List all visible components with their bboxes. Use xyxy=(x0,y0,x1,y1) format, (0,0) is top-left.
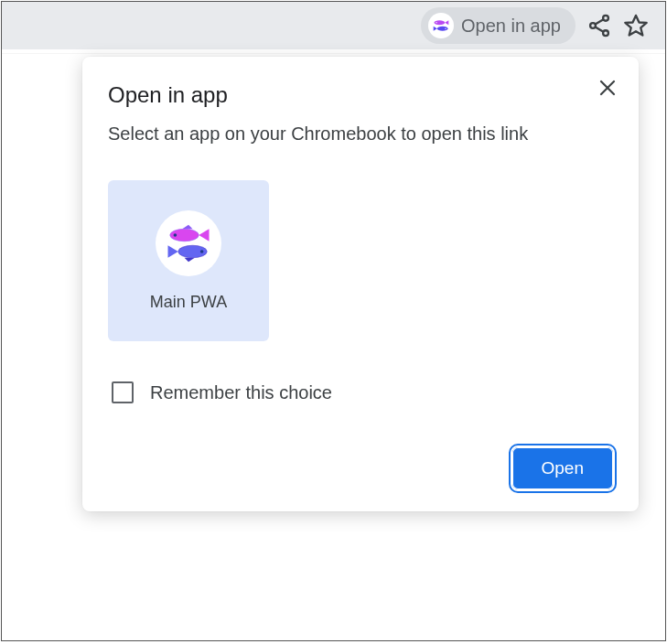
svg-line-10 xyxy=(596,27,604,31)
svg-point-6 xyxy=(603,16,608,21)
svg-marker-16 xyxy=(199,229,209,242)
fish-icon xyxy=(428,13,454,38)
svg-point-3 xyxy=(437,27,448,31)
remember-checkbox[interactable] xyxy=(112,381,134,403)
svg-marker-1 xyxy=(445,20,448,25)
app-label: Main PWA xyxy=(150,293,227,312)
svg-marker-21 xyxy=(168,245,178,258)
svg-point-2 xyxy=(436,22,436,23)
remember-label: Remember this choice xyxy=(150,382,332,403)
open-button[interactable]: Open xyxy=(512,447,613,489)
app-grid: Main PWA xyxy=(108,180,613,341)
svg-marker-22 xyxy=(185,257,195,262)
open-in-app-chip[interactable]: Open in app xyxy=(421,7,576,44)
svg-point-5 xyxy=(445,28,446,29)
fish-icon xyxy=(156,210,221,276)
svg-line-9 xyxy=(596,19,604,24)
dialog-title: Open in app xyxy=(108,82,613,108)
chip-label: Open in app xyxy=(461,16,561,37)
svg-point-23 xyxy=(200,250,204,253)
toolbar-divider xyxy=(2,49,665,54)
svg-point-8 xyxy=(603,30,608,36)
app-frame: Open in app Open in app Select a xyxy=(1,1,666,641)
open-in-app-dialog: Open in app Select an app on your Chrome… xyxy=(82,57,639,511)
close-icon[interactable] xyxy=(597,77,619,99)
share-icon[interactable] xyxy=(586,13,612,38)
svg-marker-17 xyxy=(182,224,192,229)
dialog-actions: Open xyxy=(108,447,613,489)
svg-point-7 xyxy=(590,23,596,28)
app-tile-main-pwa[interactable]: Main PWA xyxy=(108,180,269,341)
svg-point-0 xyxy=(435,20,446,25)
svg-marker-11 xyxy=(625,16,646,36)
star-icon[interactable] xyxy=(623,13,649,38)
remember-choice-row: Remember this choice xyxy=(108,381,613,403)
browser-toolbar: Open in app xyxy=(2,2,665,49)
svg-marker-4 xyxy=(434,27,437,31)
svg-point-18 xyxy=(174,233,178,237)
dialog-subtitle: Select an app on your Chromebook to open… xyxy=(108,121,613,147)
